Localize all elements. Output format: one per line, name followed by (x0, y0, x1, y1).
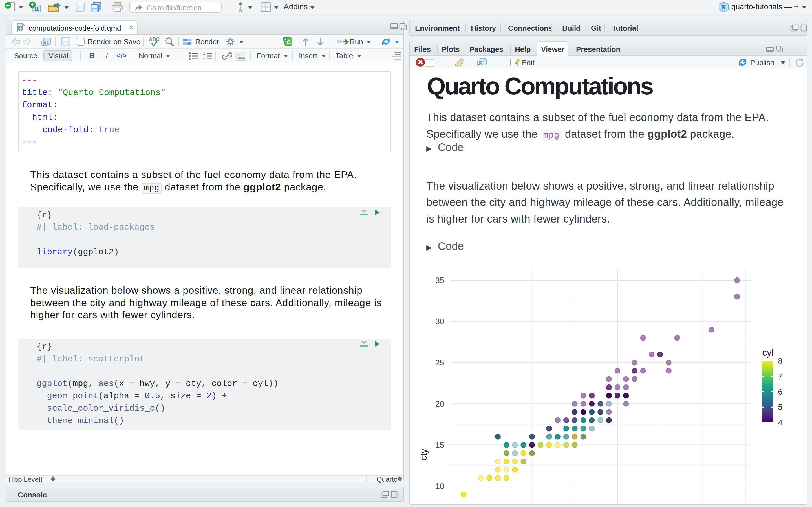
svg-text:15: 15 (435, 441, 444, 450)
svg-text:cyl: cyl (762, 347, 773, 358)
svg-text:20: 20 (435, 399, 444, 408)
svg-text:cty: cty (418, 448, 429, 460)
svg-text:R: R (35, 6, 39, 12)
svg-text:30: 30 (435, 317, 444, 326)
svg-text:35: 35 (435, 276, 444, 285)
svg-text:7: 7 (778, 372, 782, 381)
svg-text:6: 6 (778, 388, 782, 396)
svg-text:4: 4 (778, 418, 782, 427)
svg-text:1: 1 (203, 52, 205, 55)
svg-text:C: C (287, 39, 291, 45)
svg-text:2: 2 (203, 57, 205, 60)
svg-text:10: 10 (435, 482, 444, 491)
svg-text:8: 8 (778, 356, 782, 365)
svg-text:25: 25 (435, 358, 444, 367)
svg-text:ABC: ABC (149, 37, 160, 42)
svg-text:5: 5 (778, 403, 782, 411)
svg-text:R: R (721, 4, 726, 11)
